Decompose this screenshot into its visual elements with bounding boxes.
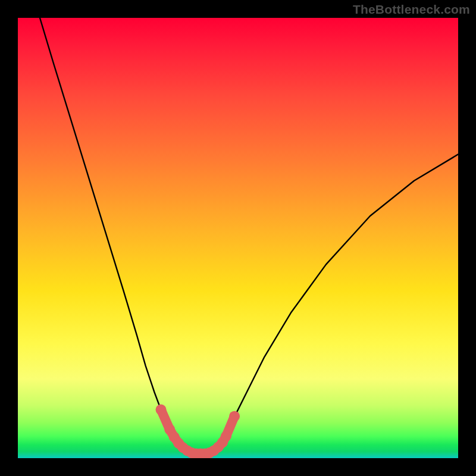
chart-frame: TheBottleneck.com [0, 0, 476, 476]
bottleneck-curve-left [40, 18, 194, 454]
svg-point-14 [221, 431, 231, 441]
watermark-text: TheBottleneck.com [353, 2, 470, 17]
bottleneck-curve-right [212, 154, 458, 453]
svg-point-15 [229, 411, 240, 422]
svg-point-0 [156, 405, 167, 415]
chart-svg [18, 18, 458, 458]
plot-area [18, 18, 458, 458]
optimal-zone-markers [156, 405, 240, 458]
